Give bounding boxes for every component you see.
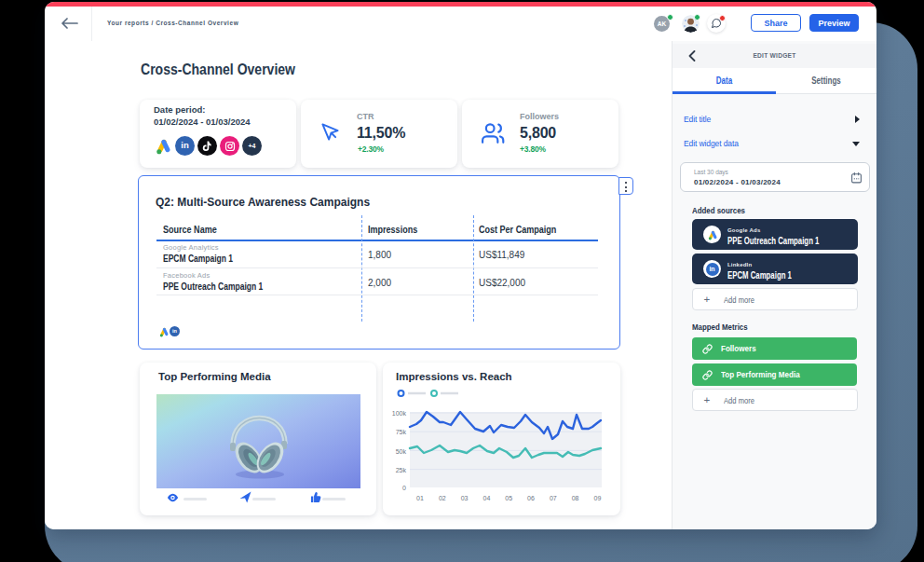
- svg-text:07: 07: [550, 495, 557, 501]
- svg-text:05: 05: [505, 495, 512, 501]
- svg-text:100k: 100k: [392, 410, 407, 417]
- svg-text:75k: 75k: [396, 429, 407, 435]
- svg-text:0: 0: [402, 485, 406, 491]
- svg-text:06: 06: [527, 495, 535, 501]
- svg-text:04: 04: [483, 495, 491, 501]
- svg-text:02: 02: [439, 495, 446, 501]
- svg-text:01: 01: [416, 495, 424, 501]
- svg-text:08: 08: [572, 495, 579, 501]
- svg-text:25k: 25k: [396, 467, 407, 473]
- svg-text:50k: 50k: [396, 448, 407, 455]
- svg-text:03: 03: [461, 495, 469, 501]
- svg-text:09: 09: [594, 495, 602, 501]
